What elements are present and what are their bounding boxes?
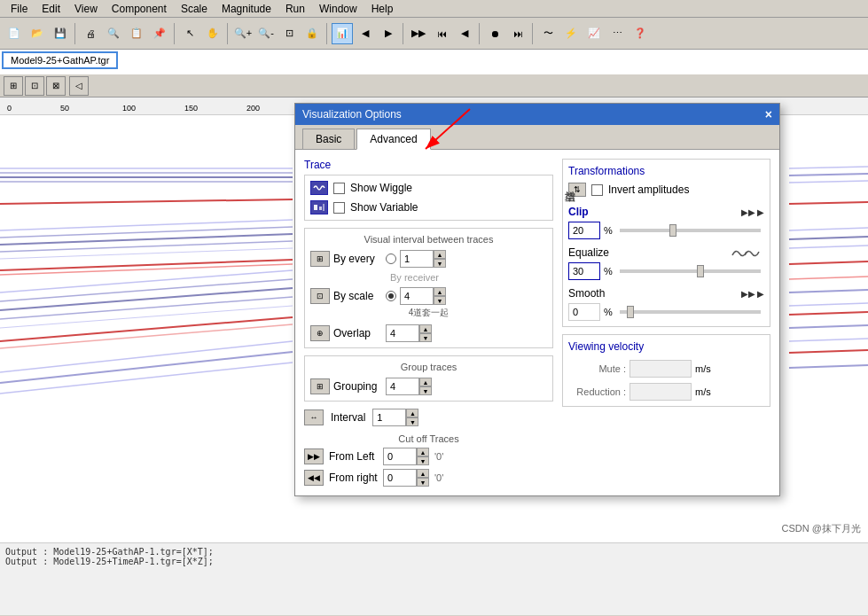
dialog-close-btn[interactable]: × [765, 107, 772, 121]
svg-line-27 [789, 237, 868, 239]
tb-arrow-left[interactable]: ◀ [355, 23, 376, 44]
smooth-value-input[interactable] [568, 303, 600, 321]
ruler-tick-200: 200 [246, 104, 260, 113]
svg-line-26 [789, 228, 868, 230]
track-btn-1[interactable]: ⊞ [4, 76, 23, 96]
by-every-radio[interactable] [386, 253, 396, 264]
by-every-input[interactable] [400, 250, 434, 268]
clip-slider-thumb[interactable] [669, 224, 676, 237]
equalize-section: Equalize % [568, 246, 764, 280]
grouping-arrows: ▲ ▼ [419, 378, 432, 395]
overlap-up[interactable]: ▲ [419, 324, 432, 333]
tb-sep3 [227, 23, 229, 44]
equalize-slider-thumb[interactable] [697, 265, 704, 277]
tb-hand[interactable]: ✋ [202, 23, 223, 44]
tb-rec[interactable]: ⏺ [484, 23, 505, 44]
transformations-section: Transformations ⇅ Invert amplitudes Clip… [562, 159, 770, 327]
from-right-label: From right [329, 472, 378, 484]
by-scale-down[interactable]: ▼ [434, 296, 446, 305]
tb-save[interactable]: 💾 [50, 23, 71, 44]
tb-zoom-out[interactable]: 🔍- [255, 23, 277, 44]
menu-help[interactable]: Help [364, 1, 401, 17]
equalize-icons [621, 246, 764, 259]
from-left-down[interactable]: ▼ [417, 456, 429, 465]
from-left-spin: ▲ ▼ [383, 448, 429, 465]
invert-row: ⇅ Invert amplitudes [568, 183, 764, 197]
tb-arrow-right[interactable]: ▶ [378, 23, 399, 44]
equalize-value-input[interactable] [568, 262, 600, 280]
clip-slider-track [620, 229, 761, 232]
grouping-input[interactable] [386, 378, 419, 395]
from-left-up[interactable]: ▲ [417, 448, 429, 456]
right-panel: Transformations ⇅ Invert amplitudes Clip… [562, 159, 770, 487]
tab-advanced[interactable]: Advanced [356, 129, 430, 150]
tb-lock[interactable]: 🔒 [301, 23, 323, 44]
track-btn-3[interactable]: ⊠ [46, 76, 66, 96]
grouping-up[interactable]: ▲ [419, 378, 432, 386]
invert-checkbox[interactable] [591, 184, 603, 196]
log-line-2: Output : Model19-25+TimeAP-1.tgr=[X*Z]; [5, 557, 863, 566]
tb-viz[interactable]: 📊 [332, 23, 353, 44]
tb-zoom-in[interactable]: 🔍+ [232, 23, 254, 44]
menu-view[interactable]: View [67, 1, 105, 17]
tb-stop[interactable]: ⏮ [431, 23, 452, 44]
interval-down[interactable]: ▼ [406, 417, 418, 426]
from-right-down[interactable]: ▼ [417, 478, 429, 487]
grouping-down[interactable]: ▼ [419, 386, 432, 395]
overlap-input[interactable] [386, 324, 419, 342]
tb-pause[interactable]: ◀ [454, 23, 475, 44]
tb-select[interactable]: ↖ [179, 23, 200, 44]
by-scale-radio[interactable] [386, 291, 396, 301]
tb-play[interactable]: ▶▶ [408, 23, 429, 44]
tb-copy[interactable]: 📋 [126, 23, 147, 44]
reduction-input[interactable] [629, 383, 692, 401]
from-left-input[interactable] [383, 448, 417, 465]
tab-basic[interactable]: Basic [302, 129, 355, 149]
tb-filter[interactable]: ⚡ [560, 23, 582, 44]
by-scale-up[interactable]: ▲ [434, 287, 446, 296]
menu-magnitude[interactable]: Magnitude [215, 1, 278, 17]
by-scale-input[interactable] [400, 287, 434, 305]
by-every-up[interactable]: ▲ [434, 250, 446, 259]
tb-new[interactable]: 📄 [4, 23, 25, 44]
from-right-input[interactable] [383, 469, 417, 487]
menu-edit[interactable]: Edit [35, 1, 67, 17]
tb-help[interactable]: ❓ [629, 23, 651, 44]
tb-spectrum[interactable]: 📈 [583, 23, 605, 44]
tb-print[interactable]: 🖨 [80, 23, 101, 44]
by-scale-icon: ⊡ [310, 288, 330, 304]
tb-preview[interactable]: 🔍 [103, 23, 124, 44]
tb-wave[interactable]: 〜 [537, 23, 559, 44]
interval-input[interactable] [372, 409, 406, 426]
tb-fwd[interactable]: ⏭ [507, 23, 528, 44]
track-btn-arrow[interactable]: ◁ [69, 76, 89, 96]
menu-scale[interactable]: Scale [174, 1, 215, 17]
clip-value-input[interactable] [568, 222, 600, 239]
track-btn-2[interactable]: ⊡ [25, 76, 44, 96]
tb-dots[interactable]: ⋯ [606, 23, 628, 44]
svg-line-24 [789, 181, 868, 183]
menu-run[interactable]: Run [278, 1, 312, 17]
show-variable-checkbox[interactable] [333, 202, 345, 214]
menu-component[interactable]: Component [105, 1, 174, 17]
mute-input[interactable] [629, 360, 692, 378]
by-every-down[interactable]: ▼ [434, 259, 446, 268]
menu-window[interactable]: Window [312, 1, 364, 17]
show-wiggle-checkbox[interactable] [333, 183, 345, 194]
overlap-down[interactable]: ▼ [419, 333, 432, 342]
interval-up[interactable]: ▲ [406, 409, 418, 417]
from-right-up[interactable]: ▲ [417, 469, 429, 478]
grouping-row: ⊞ Grouping ▲ ▼ [310, 378, 547, 395]
transformations-header: Transformations [568, 165, 764, 177]
equalize-label: Equalize [568, 246, 617, 259]
toolbar: 📄 📂 💾 🖨 🔍 📋 📌 ↖ ✋ 🔍+ 🔍- ⊡ 🔒 📊 ◀ ▶ ▶▶ ⏮ ◀… [0, 18, 868, 50]
tb-paste[interactable]: 📌 [149, 23, 170, 44]
smooth-slider-thumb[interactable] [627, 306, 634, 318]
svg-line-37 [789, 365, 868, 368]
from-left-row: ▶▶ From Left ▲ ▼ '0' [304, 448, 553, 465]
menu-file[interactable]: File [4, 1, 35, 17]
tb-zoom-fit[interactable]: ⊡ [278, 23, 300, 44]
ruler-tick-50: 50 [60, 104, 69, 113]
tb-sep7 [532, 23, 534, 44]
tb-open[interactable]: 📂 [27, 23, 48, 44]
